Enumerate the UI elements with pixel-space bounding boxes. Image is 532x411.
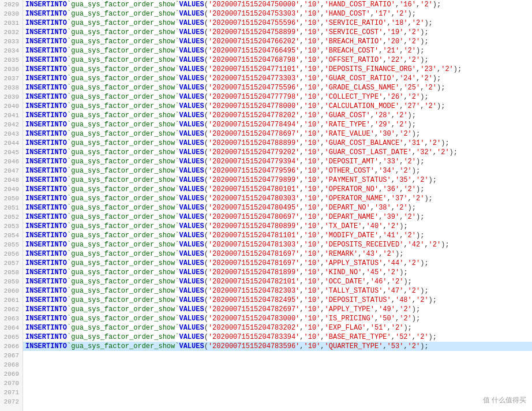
line-number: 2047 bbox=[0, 166, 23, 175]
code-line[interactable]: INSERT INTO `gua_sys_factor_order_show` … bbox=[23, 18, 532, 28]
line-number: 2058 bbox=[0, 268, 23, 277]
line-number: 2039 bbox=[0, 92, 23, 102]
code-line[interactable]: INSERT INTO `gua_sys_factor_order_show` … bbox=[23, 83, 532, 92]
line-number: 2046 bbox=[0, 157, 23, 166]
code-line[interactable]: INSERT INTO `gua_sys_factor_order_show` … bbox=[23, 102, 532, 111]
line-number: 2072 bbox=[0, 397, 23, 406]
code-line[interactable]: INSERT INTO `gua_sys_factor_order_show` … bbox=[23, 55, 532, 65]
line-number: 2034 bbox=[0, 46, 23, 55]
line-number: 2049 bbox=[0, 185, 23, 194]
line-number: 2044 bbox=[0, 139, 23, 148]
code-line[interactable]: INSERT INTO `gua_sys_factor_order_show` … bbox=[23, 332, 532, 342]
line-number: 2061 bbox=[0, 296, 23, 305]
code-line[interactable] bbox=[23, 360, 532, 369]
line-number: 2053 bbox=[0, 222, 23, 231]
line-number: 2067 bbox=[0, 351, 23, 360]
code-line[interactable]: INSERT INTO `gua_sys_factor_order_show` … bbox=[23, 277, 532, 286]
editor-container: 2029203020312032203320342035203620372038… bbox=[0, 0, 532, 411]
line-number: 2042 bbox=[0, 120, 23, 129]
line-number: 2065 bbox=[0, 332, 23, 342]
line-number: 2055 bbox=[0, 240, 23, 249]
code-line[interactable]: INSERT INTO `gua_sys_factor_order_show` … bbox=[23, 65, 532, 74]
line-number: 2032 bbox=[0, 28, 23, 37]
line-number: 2035 bbox=[0, 55, 23, 65]
line-number: 2050 bbox=[0, 194, 23, 203]
line-number: 2054 bbox=[0, 231, 23, 240]
code-line[interactable]: INSERT INTO `gua_sys_factor_order_show` … bbox=[23, 212, 532, 222]
line-number: 2063 bbox=[0, 314, 23, 323]
line-number: 2043 bbox=[0, 129, 23, 139]
line-number: 2057 bbox=[0, 259, 23, 268]
code-line[interactable]: INSERT INTO `gua_sys_factor_order_show` … bbox=[23, 314, 532, 323]
code-line[interactable] bbox=[23, 388, 532, 397]
code-line[interactable]: INSERT INTO `gua_sys_factor_order_show` … bbox=[23, 296, 532, 305]
line-number: 2062 bbox=[0, 305, 23, 314]
code-line[interactable]: INSERT INTO `gua_sys_factor_order_show` … bbox=[23, 120, 532, 129]
line-number: 2029 bbox=[0, 0, 23, 9]
line-number: 2064 bbox=[0, 323, 23, 332]
line-number: 2059 bbox=[0, 277, 23, 286]
line-number: 2037 bbox=[0, 74, 23, 83]
code-line[interactable]: INSERT INTO `gua_sys_factor_order_show` … bbox=[23, 92, 532, 102]
code-line[interactable]: INSERT INTO `gua_sys_factor_order_show` … bbox=[23, 74, 532, 83]
line-number: 2068 bbox=[0, 360, 23, 369]
code-line[interactable]: INSERT INTO `gua_sys_factor_order_show` … bbox=[23, 166, 532, 175]
line-number: 2041 bbox=[0, 111, 23, 120]
code-line[interactable]: INSERT INTO `gua_sys_factor_order_show` … bbox=[23, 185, 532, 194]
code-line[interactable]: INSERT INTO `gua_sys_factor_order_show` … bbox=[23, 286, 532, 296]
code-line[interactable]: INSERT INTO `gua_sys_factor_order_show` … bbox=[23, 148, 532, 157]
code-line[interactable]: INSERT INTO `gua_sys_factor_order_show` … bbox=[23, 323, 532, 332]
line-number: 2038 bbox=[0, 83, 23, 92]
code-line[interactable] bbox=[23, 369, 532, 379]
line-number: 2070 bbox=[0, 379, 23, 388]
code-line[interactable]: INSERT INTO `gua_sys_factor_order_show` … bbox=[23, 240, 532, 249]
watermark-text: 值 什么值得买 bbox=[483, 396, 526, 404]
line-number: 2031 bbox=[0, 18, 23, 28]
code-line[interactable] bbox=[23, 379, 532, 388]
code-line[interactable]: INSERT INTO `gua_sys_factor_order_show` … bbox=[23, 0, 532, 9]
code-line[interactable]: INSERT INTO `gua_sys_factor_order_show` … bbox=[23, 342, 532, 351]
code-line[interactable]: INSERT INTO `gua_sys_factor_order_show` … bbox=[23, 259, 532, 268]
code-line[interactable]: INSERT INTO `gua_sys_factor_order_show` … bbox=[23, 37, 532, 46]
line-number: 2056 bbox=[0, 249, 23, 259]
code-line[interactable]: INSERT INTO `gua_sys_factor_order_show` … bbox=[23, 139, 532, 148]
code-line[interactable]: INSERT INTO `gua_sys_factor_order_show` … bbox=[23, 157, 532, 166]
code-line[interactable] bbox=[23, 351, 532, 360]
line-number: 2040 bbox=[0, 102, 23, 111]
code-line[interactable]: INSERT INTO `gua_sys_factor_order_show` … bbox=[23, 46, 532, 55]
line-number: 2071 bbox=[0, 388, 23, 397]
code-line[interactable]: INSERT INTO `gua_sys_factor_order_show` … bbox=[23, 305, 532, 314]
line-numbers: 2029203020312032203320342035203620372038… bbox=[0, 0, 23, 411]
line-number: 2045 bbox=[0, 148, 23, 157]
code-line[interactable]: INSERT INTO `gua_sys_factor_order_show` … bbox=[23, 129, 532, 139]
code-line[interactable]: INSERT INTO `gua_sys_factor_order_show` … bbox=[23, 175, 532, 185]
line-number: 2033 bbox=[0, 37, 23, 46]
code-area[interactable]: INSERT INTO `gua_sys_factor_order_show` … bbox=[23, 0, 532, 411]
line-number: 2069 bbox=[0, 369, 23, 379]
code-line[interactable]: INSERT INTO `gua_sys_factor_order_show` … bbox=[23, 9, 532, 18]
line-number: 2066 bbox=[0, 342, 23, 351]
code-line[interactable]: INSERT INTO `gua_sys_factor_order_show` … bbox=[23, 203, 532, 212]
code-line[interactable]: INSERT INTO `gua_sys_factor_order_show` … bbox=[23, 194, 532, 203]
code-line[interactable]: INSERT INTO `gua_sys_factor_order_show` … bbox=[23, 28, 532, 37]
code-line[interactable]: INSERT INTO `gua_sys_factor_order_show` … bbox=[23, 111, 532, 120]
code-line[interactable]: INSERT INTO `gua_sys_factor_order_show` … bbox=[23, 268, 532, 277]
code-line[interactable]: INSERT INTO `gua_sys_factor_order_show` … bbox=[23, 231, 532, 240]
line-number: 2051 bbox=[0, 203, 23, 212]
line-number: 2048 bbox=[0, 175, 23, 185]
watermark: 值 什么值得买 bbox=[483, 395, 526, 405]
line-number: 2060 bbox=[0, 286, 23, 296]
line-number: 2030 bbox=[0, 9, 23, 18]
line-number: 2036 bbox=[0, 65, 23, 74]
code-line[interactable] bbox=[23, 397, 532, 406]
line-number: 2052 bbox=[0, 212, 23, 222]
code-line[interactable]: INSERT INTO `gua_sys_factor_order_show` … bbox=[23, 222, 532, 231]
code-line[interactable]: INSERT INTO `gua_sys_factor_order_show` … bbox=[23, 249, 532, 259]
